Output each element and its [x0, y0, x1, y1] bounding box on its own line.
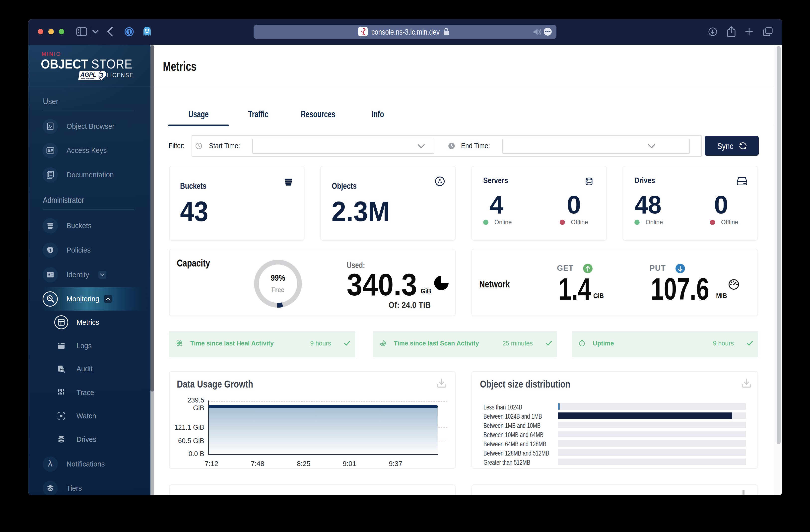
svg-text:3: 3: [99, 72, 103, 79]
svg-text:Free Software: Free Software: [81, 78, 94, 80]
svg-text:AGPL: AGPL: [80, 71, 96, 78]
